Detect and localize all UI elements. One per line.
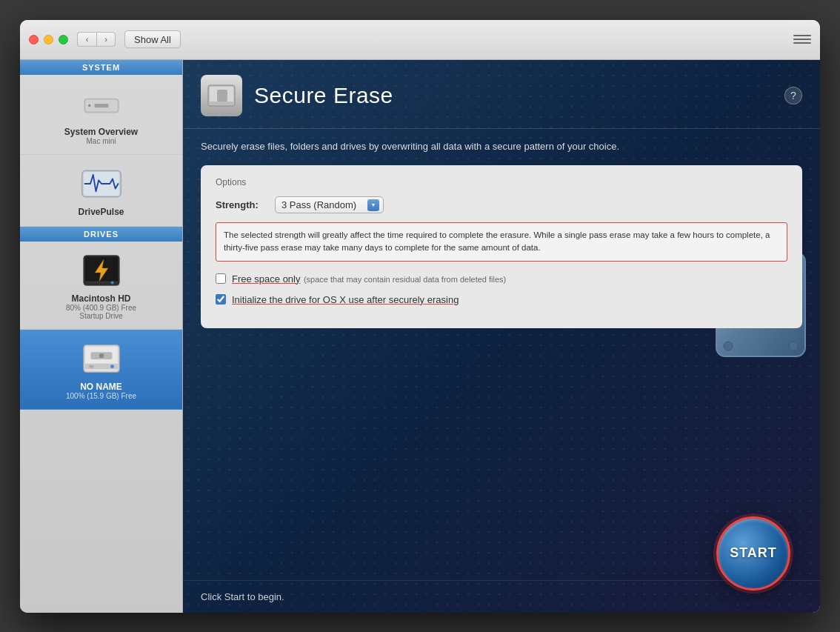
macintosh-hd-svg	[79, 249, 124, 292]
no-name-label: NO NAME	[80, 382, 122, 392]
system-overview-label: System Overview	[64, 127, 138, 137]
initialize-label[interactable]: Initialize the drive for OS X use after …	[232, 293, 459, 306]
svg-point-2	[88, 104, 90, 106]
svg-rect-15	[89, 365, 93, 367]
svg-rect-17	[99, 353, 104, 358]
maximize-button[interactable]	[59, 35, 68, 44]
options-title: Options	[216, 177, 787, 187]
right-panel: 1010101010101010101010101010101010101010	[183, 60, 820, 613]
panel-description: Securely erase files, folders and drives…	[183, 129, 820, 166]
system-overview-sublabel: Mac mini	[86, 137, 116, 145]
sidebar-item-no-name[interactable]: NO NAME 100% (15.9 GB) Free	[20, 330, 182, 410]
no-name-icon	[79, 340, 124, 377]
nav-buttons: ‹ ›	[77, 32, 116, 47]
close-button[interactable]	[29, 35, 39, 44]
minimize-button[interactable]	[44, 35, 53, 44]
initialize-text: Initialize the drive for OS X use after …	[232, 294, 459, 305]
drivepulse-label: DrivePulse	[78, 207, 124, 217]
drives-section-header: DRIVES	[20, 227, 182, 242]
drivepulse-icon	[79, 165, 124, 202]
back-button[interactable]: ‹	[77, 32, 96, 47]
svg-rect-27	[217, 90, 227, 102]
mac-mini-svg	[79, 89, 124, 119]
menu-icon[interactable]	[793, 30, 811, 48]
forward-button[interactable]: ›	[96, 32, 116, 47]
main-window: ‹ › Show All SYSTEM	[20, 20, 820, 613]
svg-rect-28	[210, 102, 233, 104]
svg-point-16	[110, 365, 114, 368]
titlebar: ‹ › Show All	[20, 20, 820, 60]
erase-icon-svg	[205, 79, 238, 112]
free-space-checkbox[interactable]	[216, 273, 226, 284]
main-content: SYSTEM System Overview Mac mini	[20, 60, 820, 613]
svg-rect-3	[94, 104, 108, 107]
free-space-text: Free space only	[232, 273, 301, 285]
free-space-sublabel: (space that may contain residual data fr…	[304, 275, 506, 284]
strength-label: Strength:	[216, 199, 267, 210]
show-all-button[interactable]: Show All	[124, 30, 181, 48]
strength-select[interactable]: 1 Pass (Zeros)3 Pass (Random)7 Pass (Ran…	[275, 196, 384, 213]
sidebar-item-system-overview[interactable]: System Overview Mac mini	[20, 75, 182, 155]
macintosh-hd-sublabel2: Startup Drive	[79, 312, 122, 320]
menu-line	[793, 39, 811, 40]
macintosh-hd-sublabel1: 80% (400.9 GB) Free	[66, 304, 136, 312]
free-space-row: Free space only (space that may contain …	[216, 272, 787, 285]
help-button[interactable]: ?	[784, 87, 802, 104]
menu-line	[793, 42, 811, 44]
sidebar-item-macintosh-hd[interactable]: Macintosh HD 80% (400.9 GB) Free Startup…	[20, 242, 182, 330]
start-button[interactable]: START	[716, 516, 790, 591]
traffic-lights	[29, 35, 68, 44]
strength-info-box: The selected strength will greatly affec…	[216, 222, 787, 262]
system-section-header: SYSTEM	[20, 60, 182, 75]
no-name-sublabel1: 100% (15.9 GB) Free	[66, 392, 136, 400]
panel-header: Secure Erase ?	[183, 60, 820, 129]
sidebar: SYSTEM System Overview Mac mini	[20, 60, 183, 613]
sidebar-item-drivepulse[interactable]: DrivePulse	[20, 155, 182, 227]
drivepulse-svg	[79, 164, 124, 204]
panel-title: Secure Erase	[254, 83, 393, 108]
system-overview-icon	[79, 85, 124, 122]
macintosh-hd-icon	[79, 252, 124, 289]
menu-line	[793, 35, 811, 36]
start-button-container: START	[716, 516, 790, 591]
free-space-label[interactable]: Free space only (space that may contain …	[232, 272, 506, 285]
initialize-row: Initialize the drive for OS X use after …	[216, 293, 787, 306]
options-box: Options Strength: 1 Pass (Zeros)3 Pass (…	[201, 165, 802, 328]
no-name-svg	[79, 337, 124, 380]
macintosh-hd-label: Macintosh HD	[71, 293, 130, 304]
panel-header-icon	[201, 75, 242, 116]
strength-select-wrapper[interactable]: 1 Pass (Zeros)3 Pass (Random)7 Pass (Ran…	[275, 196, 384, 213]
strength-row: Strength: 1 Pass (Zeros)3 Pass (Random)7…	[216, 196, 787, 213]
initialize-checkbox[interactable]	[216, 294, 226, 305]
svg-point-10	[110, 281, 113, 284]
